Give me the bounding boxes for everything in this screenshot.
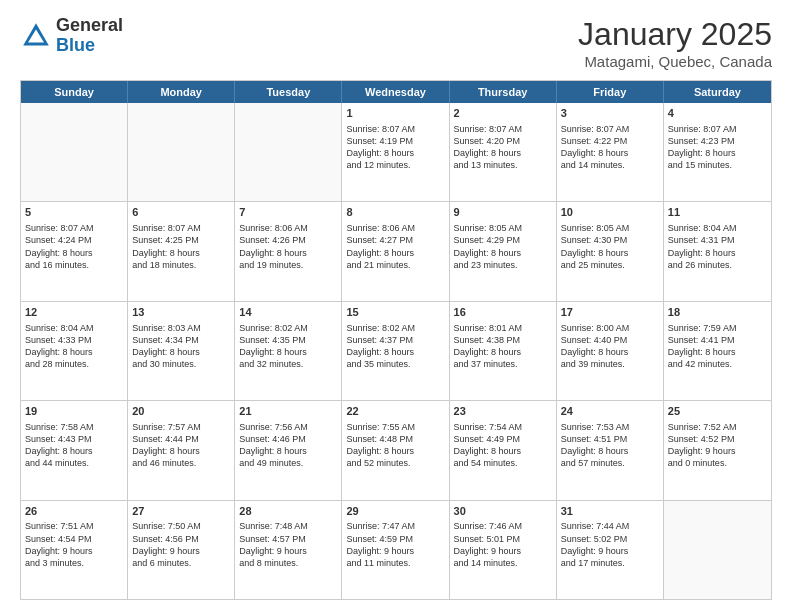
cell-info-line: Sunset: 4:48 PM bbox=[346, 433, 444, 445]
day-number: 26 bbox=[25, 504, 123, 519]
cell-info-line: Daylight: 8 hours bbox=[25, 445, 123, 457]
day-cell-11: 11Sunrise: 8:04 AMSunset: 4:31 PMDayligh… bbox=[664, 202, 771, 300]
calendar-row-0: 1Sunrise: 8:07 AMSunset: 4:19 PMDaylight… bbox=[21, 103, 771, 201]
day-number: 3 bbox=[561, 106, 659, 121]
day-cell-4: 4Sunrise: 8:07 AMSunset: 4:23 PMDaylight… bbox=[664, 103, 771, 201]
calendar-row-1: 5Sunrise: 8:07 AMSunset: 4:24 PMDaylight… bbox=[21, 201, 771, 300]
day-cell-15: 15Sunrise: 8:02 AMSunset: 4:37 PMDayligh… bbox=[342, 302, 449, 400]
cell-info-line: Sunrise: 7:51 AM bbox=[25, 520, 123, 532]
cell-info-line: Daylight: 8 hours bbox=[346, 147, 444, 159]
location-subtitle: Matagami, Quebec, Canada bbox=[578, 53, 772, 70]
logo-blue: Blue bbox=[56, 35, 95, 55]
cell-info-line: Sunrise: 7:57 AM bbox=[132, 421, 230, 433]
cell-info-line: Sunset: 4:20 PM bbox=[454, 135, 552, 147]
day-cell-22: 22Sunrise: 7:55 AMSunset: 4:48 PMDayligh… bbox=[342, 401, 449, 499]
cell-info-line: Sunrise: 7:55 AM bbox=[346, 421, 444, 433]
cell-info-line: and 19 minutes. bbox=[239, 259, 337, 271]
weekday-header-friday: Friday bbox=[557, 81, 664, 103]
cell-info-line: Daylight: 9 hours bbox=[132, 545, 230, 557]
day-cell-9: 9Sunrise: 8:05 AMSunset: 4:29 PMDaylight… bbox=[450, 202, 557, 300]
cell-info-line: Sunrise: 7:47 AM bbox=[346, 520, 444, 532]
cell-info-line: Daylight: 8 hours bbox=[346, 247, 444, 259]
cell-info-line: Sunrise: 8:07 AM bbox=[132, 222, 230, 234]
day-number: 4 bbox=[668, 106, 767, 121]
cell-info-line: Sunset: 4:33 PM bbox=[25, 334, 123, 346]
cell-info-line: Daylight: 8 hours bbox=[561, 247, 659, 259]
day-cell-27: 27Sunrise: 7:50 AMSunset: 4:56 PMDayligh… bbox=[128, 501, 235, 599]
logo-text: General Blue bbox=[56, 16, 123, 56]
cell-info-line: and 6 minutes. bbox=[132, 557, 230, 569]
empty-cell-0-1 bbox=[128, 103, 235, 201]
cell-info-line: Sunrise: 7:53 AM bbox=[561, 421, 659, 433]
cell-info-line: and 28 minutes. bbox=[25, 358, 123, 370]
cell-info-line: Daylight: 8 hours bbox=[132, 247, 230, 259]
cell-info-line: Sunrise: 8:03 AM bbox=[132, 322, 230, 334]
day-number: 18 bbox=[668, 305, 767, 320]
day-number: 24 bbox=[561, 404, 659, 419]
cell-info-line: and 44 minutes. bbox=[25, 457, 123, 469]
cell-info-line: Daylight: 8 hours bbox=[132, 346, 230, 358]
cell-info-line: Sunset: 4:25 PM bbox=[132, 234, 230, 246]
cell-info-line: and 26 minutes. bbox=[668, 259, 767, 271]
cell-info-line: Sunrise: 7:58 AM bbox=[25, 421, 123, 433]
cell-info-line: Sunrise: 8:01 AM bbox=[454, 322, 552, 334]
day-cell-10: 10Sunrise: 8:05 AMSunset: 4:30 PMDayligh… bbox=[557, 202, 664, 300]
cell-info-line: and 49 minutes. bbox=[239, 457, 337, 469]
weekday-header-wednesday: Wednesday bbox=[342, 81, 449, 103]
day-number: 6 bbox=[132, 205, 230, 220]
calendar: SundayMondayTuesdayWednesdayThursdayFrid… bbox=[20, 80, 772, 600]
day-number: 9 bbox=[454, 205, 552, 220]
cell-info-line: and 12 minutes. bbox=[346, 159, 444, 171]
cell-info-line: and 30 minutes. bbox=[132, 358, 230, 370]
cell-info-line: Sunset: 4:54 PM bbox=[25, 533, 123, 545]
weekday-header-sunday: Sunday bbox=[21, 81, 128, 103]
cell-info-line: Sunset: 4:49 PM bbox=[454, 433, 552, 445]
cell-info-line: Sunrise: 7:46 AM bbox=[454, 520, 552, 532]
cell-info-line: and 23 minutes. bbox=[454, 259, 552, 271]
cell-info-line: Sunset: 4:37 PM bbox=[346, 334, 444, 346]
cell-info-line: Sunset: 4:52 PM bbox=[668, 433, 767, 445]
cell-info-line: Sunrise: 8:00 AM bbox=[561, 322, 659, 334]
cell-info-line: Sunrise: 7:52 AM bbox=[668, 421, 767, 433]
day-cell-29: 29Sunrise: 7:47 AMSunset: 4:59 PMDayligh… bbox=[342, 501, 449, 599]
cell-info-line: and 42 minutes. bbox=[668, 358, 767, 370]
day-number: 14 bbox=[239, 305, 337, 320]
cell-info-line: Sunset: 4:31 PM bbox=[668, 234, 767, 246]
day-cell-3: 3Sunrise: 8:07 AMSunset: 4:22 PMDaylight… bbox=[557, 103, 664, 201]
cell-info-line: Sunrise: 8:07 AM bbox=[454, 123, 552, 135]
calendar-header: SundayMondayTuesdayWednesdayThursdayFrid… bbox=[21, 81, 771, 103]
day-cell-30: 30Sunrise: 7:46 AMSunset: 5:01 PMDayligh… bbox=[450, 501, 557, 599]
cell-info-line: and 3 minutes. bbox=[25, 557, 123, 569]
cell-info-line: and 16 minutes. bbox=[25, 259, 123, 271]
cell-info-line: and 14 minutes. bbox=[561, 159, 659, 171]
day-number: 16 bbox=[454, 305, 552, 320]
day-cell-8: 8Sunrise: 8:06 AMSunset: 4:27 PMDaylight… bbox=[342, 202, 449, 300]
cell-info-line: Sunset: 4:41 PM bbox=[668, 334, 767, 346]
cell-info-line: Daylight: 8 hours bbox=[668, 346, 767, 358]
cell-info-line: Daylight: 9 hours bbox=[239, 545, 337, 557]
day-cell-7: 7Sunrise: 8:06 AMSunset: 4:26 PMDaylight… bbox=[235, 202, 342, 300]
cell-info-line: and 39 minutes. bbox=[561, 358, 659, 370]
weekday-header-thursday: Thursday bbox=[450, 81, 557, 103]
month-title: January 2025 bbox=[578, 16, 772, 53]
cell-info-line: and 21 minutes. bbox=[346, 259, 444, 271]
day-cell-6: 6Sunrise: 8:07 AMSunset: 4:25 PMDaylight… bbox=[128, 202, 235, 300]
cell-info-line: and 17 minutes. bbox=[561, 557, 659, 569]
logo-general: General bbox=[56, 15, 123, 35]
cell-info-line: Daylight: 8 hours bbox=[668, 247, 767, 259]
weekday-header-tuesday: Tuesday bbox=[235, 81, 342, 103]
day-number: 17 bbox=[561, 305, 659, 320]
cell-info-line: Sunrise: 8:05 AM bbox=[454, 222, 552, 234]
cell-info-line: Sunrise: 8:06 AM bbox=[239, 222, 337, 234]
day-cell-23: 23Sunrise: 7:54 AMSunset: 4:49 PMDayligh… bbox=[450, 401, 557, 499]
day-number: 13 bbox=[132, 305, 230, 320]
day-cell-14: 14Sunrise: 8:02 AMSunset: 4:35 PMDayligh… bbox=[235, 302, 342, 400]
cell-info-line: and 18 minutes. bbox=[132, 259, 230, 271]
cell-info-line: Sunset: 4:27 PM bbox=[346, 234, 444, 246]
cell-info-line: Daylight: 9 hours bbox=[561, 545, 659, 557]
cell-info-line: Sunset: 4:43 PM bbox=[25, 433, 123, 445]
day-cell-19: 19Sunrise: 7:58 AMSunset: 4:43 PMDayligh… bbox=[21, 401, 128, 499]
cell-info-line: Sunrise: 8:07 AM bbox=[668, 123, 767, 135]
cell-info-line: Sunrise: 8:06 AM bbox=[346, 222, 444, 234]
cell-info-line: Sunset: 4:40 PM bbox=[561, 334, 659, 346]
